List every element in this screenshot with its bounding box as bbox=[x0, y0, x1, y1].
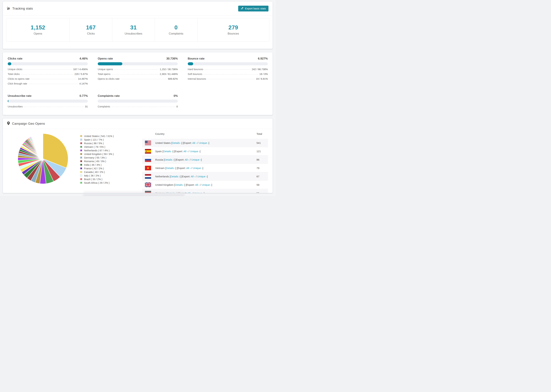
rate-rows: Complaints0 bbox=[98, 105, 178, 110]
stat-label: Unsubscribes bbox=[125, 32, 142, 35]
legend-label: Romania ( 49 / 3% ) bbox=[84, 160, 106, 163]
stat-label: Opens bbox=[34, 32, 42, 35]
export-all-link-spain[interactable]: All › bbox=[184, 150, 188, 153]
campaign-geo-opens-card: Campaign Geo Opens United States ( 541 /… bbox=[3, 118, 273, 193]
legend-item: Italy ( 36 / 2% ) bbox=[80, 174, 114, 177]
legend-label: United Kingdom ( 59 / 3% ) bbox=[84, 153, 114, 155]
stat-label: Bounces bbox=[228, 32, 239, 35]
export-button-label: Export basic stats bbox=[245, 7, 266, 10]
stat-value: 31 bbox=[130, 24, 137, 31]
export-all-link-united-states[interactable]: All › bbox=[192, 141, 197, 144]
table-row-united-states: United States [Details ›] [Export: All ›… bbox=[142, 139, 268, 147]
export-all-link-netherlands[interactable]: All › bbox=[191, 175, 195, 178]
stat-value: 0 bbox=[174, 24, 178, 31]
export-all-link-united-kingdom[interactable]: All › bbox=[195, 183, 199, 186]
progress-bar bbox=[98, 99, 178, 103]
export-unique-link-germany[interactable]: Unique › bbox=[194, 192, 204, 193]
legend-label: Canada ( 40 / 2% ) bbox=[84, 171, 105, 173]
export-all-link-russia[interactable]: All › bbox=[185, 158, 189, 161]
rate-row-value: 242 / 86.738% bbox=[252, 68, 268, 71]
table-row-spain: Spain [Details ›] [Export: All › / Uniqu… bbox=[142, 147, 268, 155]
country-cell: Germany [Details ›] [Export: All › / Uni… bbox=[155, 192, 205, 193]
rate-panel-value: 4.46% bbox=[80, 57, 88, 60]
rate-row-unique-opens: Unique opens1,152 / 30.736% bbox=[98, 68, 178, 73]
export-unique-link-spain[interactable]: Unique › bbox=[190, 150, 200, 153]
progress-bar-fill bbox=[8, 99, 8, 103]
rates-grid: Clicks rate4.46%Unique clicks167 / 4.456… bbox=[3, 52, 273, 115]
rate-row-value: 1,152 / 30.736% bbox=[160, 68, 178, 71]
export-basic-stats-button[interactable]: Export basic stats bbox=[238, 6, 268, 11]
rate-row-internal-bounces: Internal bounces19 / 6.81% bbox=[188, 77, 268, 82]
total-cell: 59 bbox=[256, 183, 259, 186]
export-unique-link-netherlands[interactable]: Unique › bbox=[197, 175, 207, 178]
rate-panel-head: Clicks rate4.46% bbox=[8, 57, 88, 60]
table-row-germany: Germany [Details ›] [Export: All › / Uni… bbox=[142, 189, 268, 193]
rate-row-label: Hard bounces bbox=[188, 68, 203, 71]
dotted-leader bbox=[28, 84, 78, 84]
legend-label: Russia ( 86 / 5% ) bbox=[84, 142, 104, 145]
column-header-total: Total bbox=[256, 132, 262, 135]
rate-row-value: 0 bbox=[177, 105, 178, 108]
rate-row-hard-bounces: Hard bounces242 / 86.738% bbox=[188, 68, 268, 73]
export-all-link-germany[interactable]: All › bbox=[187, 192, 192, 193]
stat-label: Clicks bbox=[87, 32, 95, 35]
location-pin-icon bbox=[7, 121, 10, 126]
total-cell: 121 bbox=[256, 150, 261, 153]
dotted-leader bbox=[24, 107, 84, 107]
rate-row-total-clicks: Total clicks220 / 5.87% bbox=[8, 73, 88, 77]
progress-bar bbox=[98, 62, 178, 65]
rate-row-label: Total opens bbox=[98, 73, 110, 75]
export-unique-link-united-states[interactable]: Unique › bbox=[199, 141, 209, 144]
details-link-netherlands[interactable]: Details › bbox=[170, 175, 180, 178]
geo-pie-chart bbox=[17, 133, 69, 184]
rate-row-label: Internal bounces bbox=[188, 77, 206, 80]
progress-bar-fill bbox=[8, 62, 11, 65]
us-flag-icon bbox=[145, 140, 151, 145]
details-link-spain[interactable]: Details › bbox=[163, 150, 173, 153]
legend-swatch bbox=[80, 182, 82, 184]
rate-row-value: 18 / 0% bbox=[259, 73, 268, 75]
de-flag-icon bbox=[145, 191, 151, 193]
rate-panel-opens-rate: Opens rate30.736%Unique opens1,152 / 30.… bbox=[98, 57, 178, 87]
export-unique-link-united-kingdom[interactable]: Unique › bbox=[202, 183, 212, 186]
country-cell: United States [Details ›] [Export: All ›… bbox=[155, 141, 209, 144]
details-link-russia[interactable]: Details › bbox=[164, 158, 174, 161]
rate-row-value: 19 / 6.81% bbox=[256, 77, 268, 80]
stat-value: 1,152 bbox=[31, 24, 45, 31]
rate-row-value: 2,303 / 61.446% bbox=[160, 73, 178, 75]
details-link-germany[interactable]: Details › bbox=[167, 192, 177, 193]
legend-item: India ( 46 / 3% ) bbox=[80, 163, 114, 167]
rate-panel-head: Unsubscribe rate0.77% bbox=[8, 94, 88, 98]
country-cell: United Kingdom [Details ›] [Export: All … bbox=[155, 183, 212, 186]
tracking-stats-header: Tracking stats Export basic stats bbox=[3, 1, 273, 15]
rate-rows: Unique clicks167 / 4.456%Total clicks220… bbox=[8, 68, 88, 87]
legend-swatch bbox=[80, 178, 82, 180]
rate-rows: Unique opens1,152 / 30.736%Total opens2,… bbox=[98, 68, 178, 82]
rate-row-complaints: Complaints0 bbox=[98, 105, 178, 110]
legend-item: South Africa ( 29 / 2% ) bbox=[80, 181, 114, 185]
rate-row-value: 167 / 4.456% bbox=[73, 68, 88, 71]
page-title: Tracking stats bbox=[12, 7, 33, 10]
total-cell: 541 bbox=[256, 141, 261, 144]
details-link-united-states[interactable]: Details › bbox=[172, 141, 181, 144]
export-unique-link-russia[interactable]: Unique › bbox=[191, 158, 201, 161]
progress-bar bbox=[188, 62, 268, 65]
stat-box-complaints: 0Complaints bbox=[155, 18, 198, 41]
stat-label: Complaints bbox=[169, 32, 183, 35]
rate-panel-title: Bounce rate bbox=[188, 57, 205, 60]
rate-row-value: 4.147% bbox=[79, 82, 88, 85]
legend-label: India ( 46 / 3% ) bbox=[84, 163, 101, 166]
rate-panel-title: Opens rate bbox=[98, 57, 113, 60]
rates-card: Clicks rate4.46%Unique clicks167 / 4.456… bbox=[3, 52, 273, 115]
rate-row-label: Unique clicks bbox=[8, 68, 22, 71]
export-all-link-vietnam[interactable]: All › bbox=[186, 167, 191, 169]
legend-label: Netherlands ( 67 / 4% ) bbox=[84, 149, 110, 152]
column-header-country: Country bbox=[155, 132, 164, 135]
geo-table-header: Country Total bbox=[142, 129, 268, 139]
rate-row-value: 689.82% bbox=[168, 77, 178, 80]
details-link-united-kingdom[interactable]: Details › bbox=[175, 183, 184, 186]
export-unique-link-vietnam[interactable]: Unique › bbox=[193, 167, 203, 169]
details-link-vietnam[interactable]: Details › bbox=[166, 167, 175, 169]
rate-row-value: 14.497% bbox=[78, 77, 88, 80]
rate-panel-value: 6.927% bbox=[258, 57, 268, 60]
